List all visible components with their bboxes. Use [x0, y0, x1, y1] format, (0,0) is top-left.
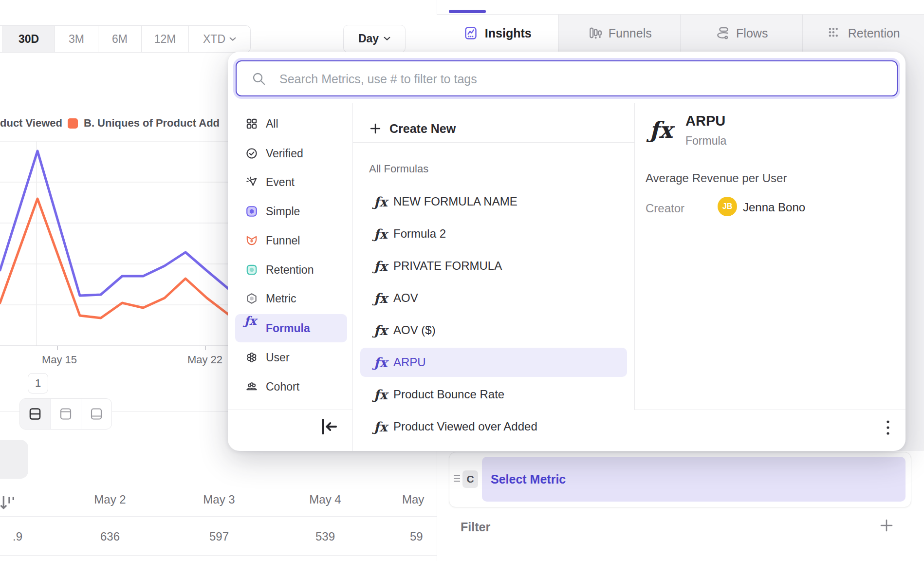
category-retention[interactable]: Retention [228, 256, 352, 283]
divider [352, 103, 353, 451]
tab-flows-label: Flows [736, 26, 768, 40]
formula-section-label: All Formulas [369, 163, 428, 175]
formula-item-label: Product Bounce Rate [393, 388, 504, 401]
formula-item[interactable]: ƒx Product Bounce Rate [360, 380, 627, 409]
sort-icon[interactable] [0, 493, 17, 512]
fx-icon: ƒx [374, 226, 388, 242]
formula-item[interactable]: ƒx Product Viewed over Added [360, 412, 627, 441]
tab-retention[interactable]: Retention [803, 15, 924, 52]
layout-bottom-icon [89, 407, 104, 421]
search-icon [251, 71, 267, 87]
fx-icon: ƒx [374, 323, 388, 338]
category-verified[interactable]: Verified [228, 140, 352, 167]
range-30d-button[interactable]: 30D [3, 26, 55, 52]
table-header-may2[interactable]: May 2 [61, 489, 159, 510]
category-formula-label: Formula [266, 322, 310, 335]
active-report-tab-indicator [449, 10, 486, 13]
metric-picker-modal: All Verified Event Simple [228, 52, 906, 451]
table-header-may4[interactable]: May 4 [277, 489, 374, 510]
formula-item-label: AOV ($) [393, 323, 436, 337]
formula-item-selected[interactable]: ƒx ARPU [360, 348, 627, 377]
category-all[interactable]: All [228, 110, 352, 137]
category-formula[interactable]: ƒx Formula [228, 315, 352, 342]
drag-handle-icon[interactable] [453, 473, 462, 483]
category-cohort-label: Cohort [266, 380, 299, 393]
page-number-button[interactable]: 1 [28, 373, 48, 393]
retention-metric-icon [245, 263, 258, 276]
category-event-label: Event [266, 176, 295, 189]
layout-split-button[interactable] [20, 399, 51, 429]
category-user[interactable]: User [228, 344, 352, 371]
metric-search-box [236, 60, 898, 96]
detail-type-label: Formula [685, 134, 726, 148]
metric-search-input[interactable] [278, 61, 889, 96]
formula-item-label: ARPU [393, 355, 426, 369]
formula-item[interactable]: ƒx PRIVATE FORMULA [360, 251, 627, 280]
category-funnel-label: Funnel [266, 234, 300, 247]
create-new-button[interactable]: Create New [369, 115, 456, 142]
table-header-may3[interactable]: May 3 [170, 489, 268, 510]
flows-icon [715, 26, 729, 40]
detail-creator-name: Jenna Bono [743, 201, 805, 214]
insights-icon [463, 26, 478, 40]
retention-tab-icon [827, 26, 841, 40]
divider [28, 479, 28, 561]
simple-metric-icon [245, 205, 258, 218]
formula-fx-icon: ƒx [244, 314, 257, 326]
chevron-down-icon [384, 37, 390, 41]
category-simple[interactable]: Simple [228, 198, 352, 225]
table-cell: 636 [61, 526, 159, 547]
table-cell: 539 [277, 526, 374, 547]
cohort-people-icon [245, 380, 258, 393]
kebab-menu-icon[interactable] [878, 416, 898, 439]
user-cluster-icon [245, 351, 258, 364]
formula-item-label: PRIVATE FORMULA [393, 259, 502, 273]
category-retention-label: Retention [266, 263, 314, 277]
category-event[interactable]: Event [228, 168, 352, 196]
range-12m-button[interactable]: 12M [142, 26, 189, 52]
tab-flows[interactable]: Flows [681, 15, 803, 52]
fx-icon: ƒx [374, 291, 388, 306]
granularity-dropdown[interactable]: Day [343, 25, 406, 53]
detail-creator-label: Creator [646, 202, 684, 215]
add-filter-button[interactable] [878, 517, 895, 534]
tab-insights[interactable]: Insights [437, 15, 559, 52]
layout-chart-only-button[interactable] [51, 399, 81, 429]
fx-icon: ƒx [374, 419, 388, 434]
collapse-sidebar-icon[interactable] [318, 417, 340, 436]
layout-toggle-group [19, 398, 112, 430]
tab-funnels-label: Funnels [609, 26, 652, 40]
range-3m-button[interactable]: 3M [55, 26, 98, 52]
avatar: JB [718, 197, 737, 216]
category-metric[interactable]: Metric [228, 285, 352, 312]
detail-fx-icon: ƒx [649, 117, 672, 143]
chevron-down-icon [229, 37, 236, 41]
app-root: Insights Funnels Flows [0, 0, 924, 561]
formula-item[interactable]: ƒx Formula 2 [360, 219, 627, 248]
category-funnel[interactable]: Funnel [228, 227, 352, 254]
fx-icon: ƒx [374, 355, 388, 370]
analysis-tab-bar: Insights Funnels Flows [437, 15, 924, 52]
layout-split-icon [28, 407, 42, 421]
verified-badge-icon [245, 147, 258, 160]
plus-icon [369, 122, 382, 135]
range-xtd-label: XTD [203, 33, 225, 46]
select-metric-label[interactable]: Select Metric [491, 457, 566, 502]
category-cohort[interactable]: Cohort [228, 373, 352, 400]
formula-item[interactable]: ƒx AOV [360, 283, 627, 313]
formula-item[interactable]: ƒx NEW FORMULA NAME [360, 187, 627, 216]
legend-series-a-label[interactable]: duct Viewed [0, 117, 62, 130]
category-user-label: User [266, 351, 290, 364]
range-xtd-button[interactable]: XTD [189, 26, 250, 52]
series-b-line [0, 199, 234, 318]
formula-item-label: Product Viewed over Added [393, 420, 537, 433]
layout-table-only-button[interactable] [81, 399, 111, 429]
category-metric-label: Metric [266, 292, 296, 305]
range-6m-button[interactable]: 6M [98, 26, 142, 52]
detail-title: ARPU [685, 113, 725, 129]
metric-position-badge: C [462, 470, 478, 488]
tab-funnels[interactable]: Funnels [559, 15, 681, 52]
divider [437, 0, 437, 14]
formula-item[interactable]: ƒx AOV ($) [360, 316, 627, 345]
fx-icon: ƒx [374, 194, 388, 209]
